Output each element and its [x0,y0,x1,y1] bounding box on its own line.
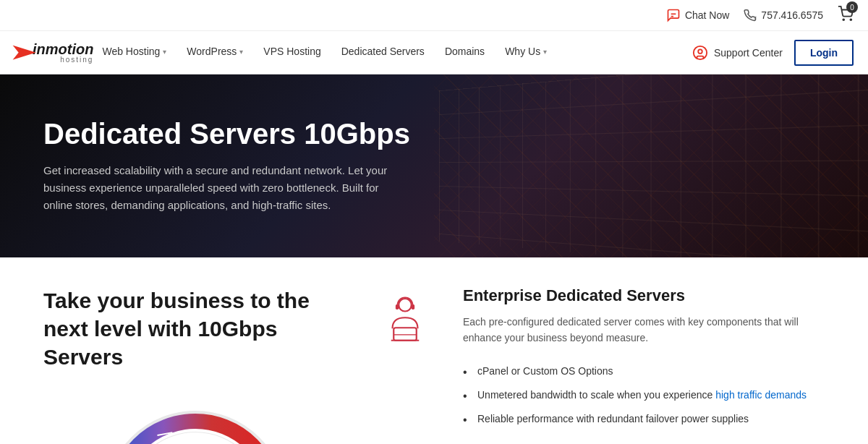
nav-dedicated-servers[interactable]: Dedicated Servers [333,31,433,74]
feature-reliability: Reliable performance with redundant fail… [477,413,749,424]
content-left: Take your business to the next level wit… [43,286,347,444]
nav-domains[interactable]: Domains [436,31,493,74]
enterprise-title: Enterprise Dedicated Servers [463,286,839,305]
support-center-link[interactable]: Support Center [692,45,783,61]
speedometer-container: 30 40 50 60 70 [43,393,347,444]
login-button[interactable]: Login [794,40,854,66]
nav-wordpress-label: WordPress [187,46,237,57]
nav-vps-label: VPS Hosting [263,46,320,57]
nav-why-us-label: Why Us [505,46,540,57]
high-traffic-link[interactable]: high traffic demands [715,389,807,401]
nav-web-hosting[interactable]: Web Hosting ▾ [93,31,175,74]
nav-web-hosting-label: Web Hosting [102,46,160,57]
support-icon [692,45,708,61]
logo[interactable]: ➤ inmotion hosting [14,40,93,64]
cart-button[interactable]: 0 [838,6,854,25]
enterprise-description: Each pre-configured dedicated server com… [463,314,839,346]
web-hosting-chevron-icon: ▾ [163,48,166,56]
nav-wordpress[interactable]: WordPress ▾ [178,31,252,74]
feature-item-2: Unmetered bandwidth to scale when you ex… [463,383,839,407]
wordpress-chevron-icon: ▾ [239,48,243,56]
content-section: Take your business to the next level wit… [0,257,868,444]
feature-cpanel: cPanel or Custom OS Options [477,365,613,377]
chat-icon [666,8,681,22]
feature-item-1: cPanel or Custom OS Options [463,359,839,383]
hero-section: Dedicated Servers 10Gbps Get increased s… [0,74,868,257]
cart-count: 0 [846,1,858,13]
main-nav: Web Hosting ▾ WordPress ▾ VPS Hosting De… [93,31,854,74]
svg-rect-25 [412,304,414,309]
main-header: ➤ inmotion hosting Web Hosting ▾ WordPre… [0,31,868,74]
why-us-chevron-icon: ▾ [543,48,547,56]
svg-point-3 [850,19,851,20]
nav-domains-label: Domains [445,46,485,57]
hero-grid-decoration [439,74,868,257]
content-right: Enterprise Dedicated Servers Each pre-co… [463,286,839,444]
logo-motion: motion [46,42,94,56]
hero-title: Dedicated Servers 10Gbps [43,118,825,150]
chat-label: Chat Now [685,9,729,21]
svg-rect-24 [396,304,399,309]
nav-dedicated-label: Dedicated Servers [341,46,425,57]
svg-rect-21 [393,328,417,341]
feature-item-3: Reliable performance with redundant fail… [463,407,839,431]
phone-number-text: 757.416.6575 [761,9,823,21]
content-center-icon [376,286,434,444]
server-person-icon [380,294,430,344]
speedometer-chart: 30 40 50 60 70 [94,400,297,444]
support-center-label: Support Center [714,47,783,59]
hero-description: Get increased scalability with a secure … [43,162,405,214]
svg-point-5 [698,49,702,54]
nav-why-us[interactable]: Why Us ▾ [496,31,556,74]
chat-now-button[interactable]: Chat Now [666,8,729,22]
content-left-title: Take your business to the next level wit… [43,286,347,371]
svg-point-2 [843,19,844,20]
feature-bandwidth: Unmetered bandwidth to scale when you ex… [477,389,807,401]
nav-vps-hosting[interactable]: VPS Hosting [255,31,329,74]
phone-icon [744,9,757,22]
feature-list: cPanel or Custom OS Options Unmetered ba… [463,359,839,431]
nav-right: Support Center Login [692,40,854,66]
logo-arrow-icon: ➤ [10,40,35,64]
logo-brand: inmotion hosting [33,42,93,64]
svg-point-20 [399,299,412,312]
phone-number: 757.416.6575 [744,9,823,22]
logo-sub: hosting [33,56,93,64]
top-bar: Chat Now 757.416.6575 0 [0,0,868,31]
